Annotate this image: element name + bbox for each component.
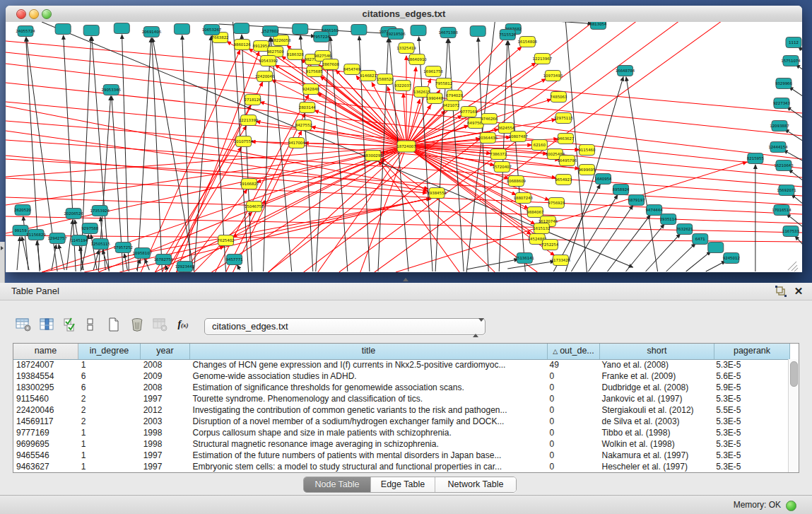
graph-node[interactable]: 20691406 (142, 27, 162, 37)
graph-node[interactable]: 9242848 (302, 84, 320, 95)
graph-node[interactable]: 10807487 (509, 132, 528, 142)
show-columns-icon[interactable] (37, 315, 57, 334)
graph-node[interactable]: 9417004 (288, 138, 306, 148)
clear-selection-icon[interactable] (81, 315, 100, 334)
table-row[interactable]: 1872400712008Changes of HCN gene express… (13, 359, 789, 370)
left-splitter[interactable] (0, 242, 5, 283)
table-row[interactable]: 1938455462009Genome-wide association stu… (13, 370, 789, 382)
graph-node[interactable]: 9297588 (81, 223, 99, 234)
graph-node[interactable]: 2867608 (322, 59, 340, 70)
graph-node[interactable]: 1990448 (426, 93, 444, 104)
graph-node[interactable]: 12923448 (175, 262, 195, 272)
graph-node[interactable]: 9463627 (557, 134, 574, 144)
graph-node[interactable]: 12942757 (47, 233, 66, 244)
table-row[interactable]: 2242004622012Investigating the contribut… (13, 404, 789, 416)
graph-node[interactable]: 15046758 (245, 201, 264, 212)
graph-node[interactable]: 1527802 (262, 26, 279, 37)
graph-node[interactable]: 19384554 (427, 188, 447, 199)
column-header-in_degree[interactable]: in_degree (78, 344, 141, 359)
graph-node[interactable]: 1588520 (377, 74, 394, 85)
graph-node[interactable]: 18640910 (407, 54, 427, 65)
graph-node[interactable]: 20364436 (478, 133, 498, 144)
graph-node[interactable]: 1145194 (71, 235, 88, 246)
graph-node[interactable]: 9227343 (773, 98, 790, 109)
column-header-name[interactable]: name (13, 344, 78, 359)
graph-node[interactable]: 9756928 (548, 198, 565, 209)
graph-node[interactable]: 2718126 (245, 95, 262, 105)
graph-node[interactable]: 10653267 (202, 25, 221, 35)
graph-node[interactable] (114, 23, 129, 34)
graph-node[interactable]: 24055724 (16, 26, 35, 37)
graph-node[interactable] (83, 25, 99, 36)
graph-node[interactable]: 1167533 (782, 226, 799, 237)
table-row[interactable]: 946554611997Estimation of the future num… (13, 450, 789, 461)
graph-node[interactable]: 7632621 (676, 224, 693, 235)
graph-node[interactable]: 8813054 (589, 22, 607, 30)
graph-node[interactable] (351, 25, 367, 35)
graph-node[interactable]: 2620520 (14, 205, 32, 216)
table-row[interactable]: 977716911998Corpus callosum shape and si… (13, 427, 789, 438)
graph-node[interactable]: 17957252 (114, 243, 133, 253)
delete-columns-icon[interactable] (127, 315, 147, 334)
float-panel-icon[interactable] (775, 286, 787, 297)
graph-node[interactable]: 9421072 (442, 100, 459, 111)
graph-node[interactable]: 12444154 (768, 142, 788, 153)
graph-node[interactable]: 9175685 (306, 66, 323, 77)
graph-node[interactable]: 16648784 (616, 66, 635, 76)
graph-node[interactable]: 17016514 (772, 205, 792, 216)
graph-node[interactable]: 12213967 (533, 54, 552, 64)
close-panel-icon[interactable]: ✕ (792, 284, 805, 298)
memory-ok-led-icon[interactable] (786, 501, 796, 511)
graph-node[interactable]: 9699695 (578, 165, 595, 175)
graph-node[interactable]: 62160 (531, 140, 547, 151)
graph-node[interactable] (470, 26, 486, 37)
network-canvas[interactable]: 7663822986012689129541822605898275098186… (6, 22, 802, 272)
graph-node[interactable]: 10958107 (133, 248, 152, 259)
table-row[interactable]: 911546021997Tourette syndrome. Phenomeno… (13, 393, 789, 404)
graph-node[interactable]: 15751074 (781, 56, 801, 66)
graph-node[interactable]: 16154808 (518, 37, 538, 47)
graph-node[interactable]: 7252254 (541, 240, 559, 250)
graph-node[interactable]: 8427552 (295, 120, 312, 131)
graph-node[interactable]: 9654923 (555, 175, 572, 185)
tab-node-table[interactable]: Node Table (304, 477, 371, 492)
column-header-short[interactable]: short (600, 344, 714, 359)
graph-node[interactable]: 7515526 (499, 30, 517, 40)
graph-node[interactable] (174, 24, 189, 35)
create-new-column-icon[interactable] (104, 315, 124, 334)
graph-node[interactable]: 16961758 (423, 66, 443, 77)
graph-node[interactable]: 12093887 (770, 121, 789, 132)
graph-node[interactable]: 9245012 (723, 253, 740, 264)
graph-node[interactable]: 9777169 (460, 107, 478, 117)
network-graph[interactable]: 7663822986012689129541822605898275098186… (6, 22, 802, 272)
graph-node[interactable]: 8958924 (613, 185, 630, 195)
graph-node[interactable]: 19218506 (386, 29, 406, 40)
graph-node[interactable]: 9329966 (775, 78, 793, 89)
graph-node[interactable]: 10973493 (543, 71, 563, 81)
column-header-pagerank[interactable]: pagerank (714, 344, 790, 359)
tab-network-table[interactable]: Network Table (435, 477, 516, 492)
graph-node[interactable]: 16782759 (154, 255, 174, 265)
graph-node[interactable]: 9474444 (646, 205, 664, 216)
graph-node[interactable]: 12505115 (91, 239, 110, 250)
graph-node[interactable]: 19166827 (240, 179, 259, 189)
graph-node[interactable]: 9115460 (578, 145, 596, 156)
graph-node[interactable]: 22420046 (255, 71, 275, 82)
change-table-mode-icon[interactable] (13, 315, 33, 334)
graph-node[interactable]: 9746266 (481, 114, 498, 124)
select-all-icon[interactable] (60, 315, 80, 334)
graph-node[interactable]: 9884067 (526, 207, 543, 218)
graph-node[interactable]: 6471 (693, 234, 708, 245)
graph-node[interactable]: 18807243 (514, 193, 533, 204)
graph-node[interactable]: 6879197 (628, 195, 645, 206)
graph-node[interactable]: 17353924 (90, 206, 110, 216)
table-row[interactable]: 1456911722003Disruption of a novel membe… (13, 416, 789, 427)
column-header-year[interactable]: year (141, 344, 190, 359)
graph-node[interactable]: 15720407 (493, 162, 512, 173)
graph-node[interactable]: 10688609 (507, 176, 526, 187)
graph-node[interactable]: 2803144 (299, 103, 317, 113)
graph-node[interactable]: 10107554 (234, 136, 254, 147)
graph-node[interactable]: 8454749 (343, 64, 361, 75)
graph-node[interactable]: 7957224 (313, 32, 331, 42)
graph-node[interactable]: 9457771 (226, 255, 243, 265)
